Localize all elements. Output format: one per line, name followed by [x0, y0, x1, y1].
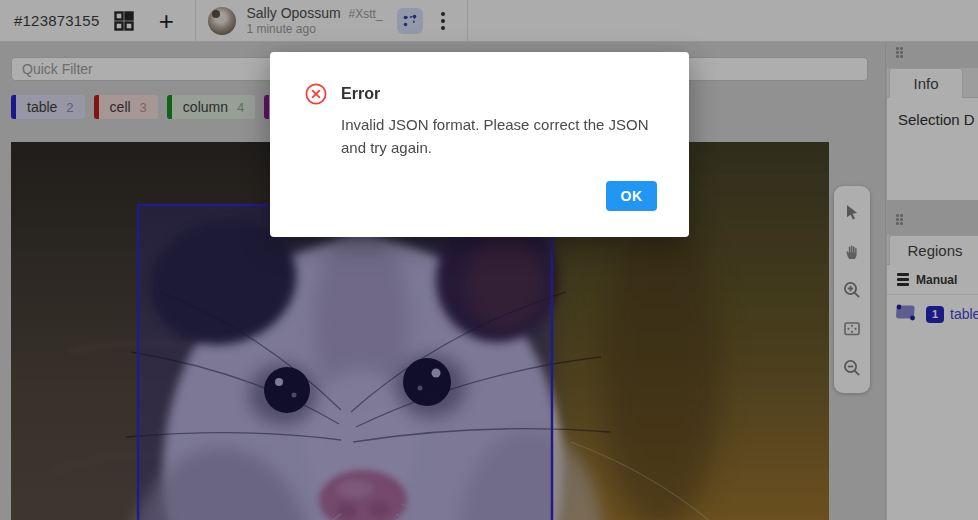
- error-circle-icon: [305, 83, 327, 105]
- error-dialog: Error Invalid JSON format. Please correc…: [270, 52, 689, 237]
- dialog-message: Invalid JSON format. Please correct the …: [341, 113, 649, 159]
- dialog-title: Error: [341, 85, 380, 103]
- dialog-message-line: Invalid JSON format. Please correct the …: [341, 113, 649, 136]
- ok-button[interactable]: OK: [606, 181, 657, 211]
- dialog-message-line: and try again.: [341, 136, 649, 159]
